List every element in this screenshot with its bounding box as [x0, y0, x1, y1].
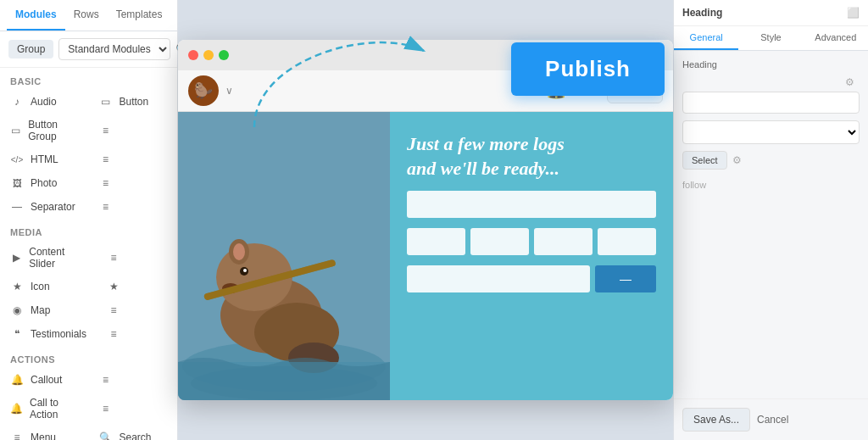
tab-rows[interactable]: Rows [65, 0, 108, 31]
select-button[interactable]: Select [682, 151, 727, 170]
module-placeholder9[interactable]: ≡ [89, 368, 178, 392]
module-button-group[interactable]: ▭ Button Group [0, 114, 89, 148]
module-placeholder7[interactable]: ≡ [97, 298, 177, 322]
heading-field-label: Heading [682, 59, 860, 70]
list-icon-9: ≡ [99, 402, 113, 415]
list-icon-8: ≡ [99, 373, 113, 387]
nav-chevron-down-icon[interactable]: ∨ [225, 85, 233, 97]
traffic-light-green[interactable] [219, 50, 229, 60]
list-icon-7: ≡ [107, 327, 120, 341]
module-placeholder2[interactable]: ≡ [89, 148, 178, 171]
svg-point-8 [233, 243, 245, 260]
gear-icon[interactable]: ⚙ [845, 76, 854, 88]
actions-modules: 🔔 Callout ≡ 🔔 Call to Action ≡ ≡ Menu 🔍 … [0, 368, 177, 440]
content-right: Just a few more logs and we'll be ready.… [390, 112, 673, 400]
group-select[interactable]: Standard Modules [58, 38, 170, 60]
module-audio-label: Audio [31, 96, 57, 108]
media-modules: ▶ Content Slider ≡ ★ Icon ★ ◉ Map ≡ ❝ Te… [0, 241, 177, 346]
module-photo[interactable]: 🖼 Photo [0, 171, 89, 195]
settings-gear-icon[interactable]: ⚙ [732, 154, 742, 166]
module-icon-label: Icon [31, 281, 50, 292]
module-placeholder6[interactable]: ★ [97, 275, 177, 298]
list-icon-4: ≡ [99, 200, 113, 214]
audio-icon: ♪ [10, 95, 24, 109]
module-testimonials[interactable]: ❝ Testimonials [0, 322, 97, 346]
list-icon-2: ≡ [99, 153, 113, 166]
module-menu-label: Menu [31, 432, 56, 440]
publish-overlay: Publish [511, 42, 665, 96]
testimonials-icon: ❝ [10, 327, 24, 341]
group-button[interactable]: Group [8, 40, 53, 58]
svg-point-10 [243, 269, 247, 272]
traffic-light-yellow[interactable] [203, 50, 214, 60]
tab-modules[interactable]: Modules [7, 0, 65, 31]
button-group-icon: ▭ [10, 124, 21, 137]
heading-input[interactable] [682, 92, 860, 114]
right-panel: Heading ⬜ General Style Advanced Heading… [673, 0, 868, 440]
module-map-label: Map [31, 304, 50, 316]
tagline-line1: Just a few more logs [407, 133, 565, 154]
module-icon[interactable]: ★ Icon [0, 275, 97, 298]
form-field-1[interactable] [407, 228, 465, 255]
module-search[interactable]: 🔍 Search [89, 426, 178, 440]
submit-icon: — [620, 272, 632, 286]
tab-templates[interactable]: Templates [108, 0, 171, 31]
form-email-field[interactable] [407, 265, 590, 292]
icon-icon: ★ [10, 280, 24, 293]
map-icon: ◉ [10, 304, 24, 317]
module-placeholder4[interactable]: ≡ [89, 195, 178, 219]
beaver-photo-area [178, 112, 390, 400]
module-html-label: HTML [31, 153, 58, 165]
content-tagline: Just a few more logs and we'll be ready.… [407, 132, 656, 181]
module-content-slider[interactable]: ▶ Content Slider [0, 241, 97, 275]
menu-icon: ≡ [10, 431, 24, 440]
module-callout-label: Callout [31, 374, 62, 386]
search-module-icon: 🔍 [99, 431, 113, 440]
form-submit-button[interactable]: — [595, 265, 656, 292]
module-placeholder5[interactable]: ≡ [97, 241, 177, 275]
module-photo-label: Photo [31, 177, 57, 189]
module-callout[interactable]: 🔔 Callout [0, 368, 89, 392]
tab-style[interactable]: Style [738, 26, 803, 50]
module-audio[interactable]: ♪ Audio [0, 90, 89, 114]
module-button[interactable]: ▭ Button [89, 90, 178, 114]
heading-select[interactable] [682, 120, 860, 144]
form-field-2[interactable] [470, 228, 529, 255]
module-button-group-label: Button Group [28, 119, 78, 142]
sidebar-tabs: Modules Rows Templates Saved [0, 0, 177, 31]
cancel-button[interactable]: Cancel [757, 414, 788, 426]
tab-general[interactable]: General [674, 26, 738, 50]
form-field-3[interactable] [534, 228, 593, 255]
module-menu[interactable]: ≡ Menu [0, 426, 89, 440]
list-icon-3: ≡ [99, 176, 113, 190]
tab-advanced[interactable]: Advanced [804, 26, 868, 50]
cta-icon: 🔔 [10, 402, 23, 415]
button-icon: ▭ [99, 95, 113, 109]
save-as-button[interactable]: Save As... [682, 408, 750, 432]
section-basic-label: Basic [0, 68, 177, 90]
gear-row: ⚙ [682, 73, 860, 92]
right-panel-close-button[interactable]: ⬜ [847, 7, 860, 19]
module-separator-label: Separator [31, 201, 75, 213]
right-panel-bottom: Save As... Cancel [674, 398, 868, 440]
photo-icon: 🖼 [10, 176, 24, 190]
publish-button[interactable]: Publish [511, 42, 665, 96]
browser-content: Just a few more logs and we'll be ready.… [178, 112, 673, 400]
module-html[interactable]: </> HTML [0, 148, 89, 171]
right-panel-header: Heading ⬜ [674, 0, 868, 26]
form-field-4[interactable] [598, 228, 656, 255]
module-placeholder8[interactable]: ≡ [97, 322, 177, 346]
star-icon: ★ [107, 280, 120, 293]
module-map[interactable]: ◉ Map [0, 298, 97, 322]
form-field-full[interactable] [407, 191, 656, 218]
module-testimonials-label: Testimonials [31, 328, 86, 340]
section-actions-label: Actions [0, 346, 177, 368]
right-panel-title: Heading [682, 7, 722, 19]
module-separator[interactable]: — Separator [0, 195, 89, 219]
module-placeholder1[interactable]: ≡ [89, 114, 178, 148]
traffic-light-red[interactable] [188, 50, 198, 60]
separator-icon: — [10, 200, 24, 214]
module-placeholder10[interactable]: ≡ [89, 392, 178, 426]
module-placeholder3[interactable]: ≡ [89, 171, 178, 195]
module-call-to-action[interactable]: 🔔 Call to Action [0, 392, 89, 426]
